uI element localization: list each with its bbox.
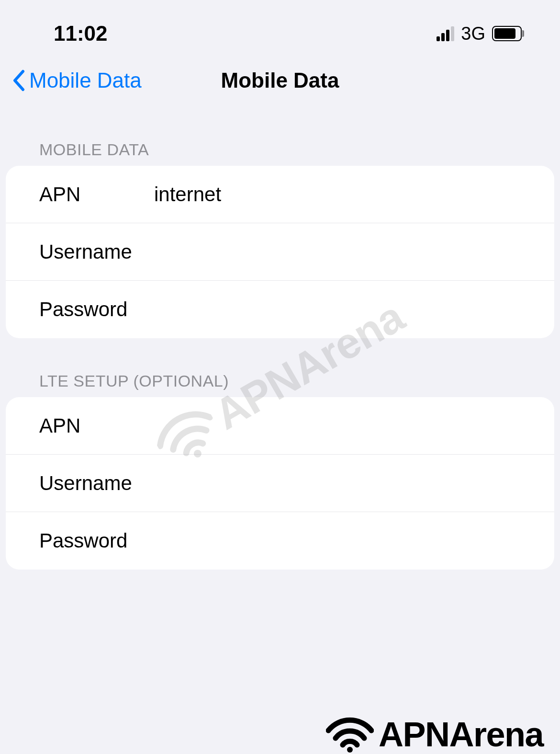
row-lte-password[interactable]: Password	[6, 512, 554, 570]
signal-icon	[437, 26, 454, 41]
row-label: Username	[39, 240, 154, 263]
row-label: Username	[39, 472, 154, 495]
watermark-text: APNArena	[379, 715, 543, 754]
section-group-lte-setup: APN Username Password	[6, 397, 554, 570]
row-md-apn[interactable]: APN	[6, 166, 554, 223]
status-bar: 11:02 3G	[0, 0, 560, 60]
username-input[interactable]	[154, 240, 521, 263]
watermark-bottom: APNArena	[326, 715, 543, 754]
password-input[interactable]	[154, 529, 521, 552]
nav-bar: Mobile Data Mobile Data	[0, 60, 560, 112]
row-label: APN	[39, 183, 154, 206]
page-title: Mobile Data	[221, 69, 339, 92]
apn-input[interactable]	[154, 183, 521, 206]
status-right: 3G	[437, 23, 522, 44]
row-md-username[interactable]: Username	[6, 223, 554, 281]
row-label: Password	[39, 298, 154, 321]
section-header-mobile-data: MOBILE DATA	[6, 140, 554, 166]
section-group-mobile-data: APN Username Password	[6, 166, 554, 338]
section-header-lte-setup: LTE SETUP (OPTIONAL)	[6, 372, 554, 397]
svg-point-1	[347, 747, 353, 753]
row-label: APN	[39, 414, 154, 437]
apn-input[interactable]	[154, 414, 521, 437]
battery-icon	[492, 26, 522, 41]
wifi-icon	[326, 715, 374, 754]
chevron-left-icon	[12, 69, 25, 91]
row-label: Password	[39, 529, 154, 552]
row-md-password[interactable]: Password	[6, 281, 554, 338]
back-label: Mobile Data	[29, 69, 142, 92]
username-input[interactable]	[154, 472, 521, 495]
status-time: 11:02	[54, 22, 108, 46]
row-lte-username[interactable]: Username	[6, 455, 554, 512]
row-lte-apn[interactable]: APN	[6, 397, 554, 455]
network-type: 3G	[461, 23, 485, 44]
content: MOBILE DATA APN Username Password LTE SE…	[0, 112, 560, 570]
password-input[interactable]	[154, 298, 521, 321]
back-button[interactable]: Mobile Data	[12, 69, 142, 92]
